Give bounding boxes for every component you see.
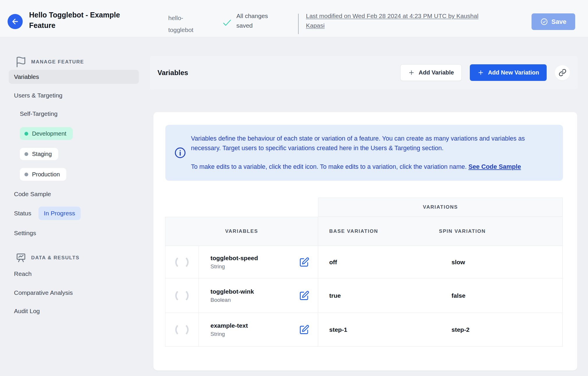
arrow-left-icon [11,17,19,26]
table-group-header-row: VARIATIONS [165,198,563,217]
saved-check-icon [222,17,232,28]
sidebar-item-reach[interactable]: Reach [14,269,32,279]
spin-variation-value: slow [451,259,465,266]
info-icon [174,147,186,159]
env-label: Production [32,171,60,178]
base-variation-cell: true [318,279,439,313]
env-dot-icon [24,132,28,136]
presentation-chart-icon [15,252,27,264]
see-code-sample-link[interactable]: See Code Sample [468,163,521,170]
base-variation-value: step-1 [329,326,347,333]
base-variation-cell: off [318,246,439,278]
feature-key: hello-togglebot [168,12,197,36]
base-variation-value: off [329,259,337,266]
variables-toolbar: Variables Add Variable Add New Variation [150,56,578,89]
column-header-base-variation: BASE VARIATION [329,228,439,234]
base-variation-value: true [329,292,341,299]
sidebar-item-code-sample[interactable]: Code Sample [14,189,51,199]
variable-type: String [210,263,258,271]
spin-variation-cell: slow [439,246,563,278]
manage-feature-section-header: MANAGE FEATURE [15,56,84,68]
add-variable-button[interactable]: Add Variable [400,64,462,81]
edit-pencil-icon [299,324,309,335]
variables-table: VARIATIONS VARIABLES BASE VARIATION SPIN… [165,198,563,347]
column-header-variables: VARIABLES [165,217,318,246]
column-header-spin-variation: SPIN VARIATION [439,228,486,234]
table-row: togglebot-speed String off slow [165,246,563,279]
edit-variable-button[interactable] [299,290,310,301]
sidebar-item-audit-log[interactable]: Audit Log [14,306,40,316]
info-paragraph-2-text: To make edits to a variable, click the e… [191,163,468,170]
spin-variation-value: step-2 [451,326,470,333]
group-header-spacer [165,198,318,217]
variable-parentheses-icon [175,256,189,269]
back-button[interactable] [8,14,23,29]
variable-type-cell [165,313,199,346]
save-status-text: All changes saved [236,11,276,30]
edit-pencil-icon [299,257,309,267]
copy-link-button[interactable] [555,65,570,80]
env-label: Staging [32,151,52,157]
variable-name-cell: togglebot-wink Boolean [199,279,318,313]
info-paragraph-2: To make edits to a variable, click the e… [191,162,551,172]
env-pill-development[interactable]: Development [20,127,73,140]
data-results-section-header: DATA & RESULTS [15,252,79,264]
env-pill-production[interactable]: Production [20,168,66,181]
data-results-label: DATA & RESULTS [31,255,79,261]
table-row: example-text String step-1 step-2 [165,313,563,347]
variations-group-header: VARIATIONS [318,198,563,217]
plus-icon [477,69,484,76]
sidebar-item-self-targeting[interactable]: Self-Targeting [20,109,58,118]
env-dot-icon [24,173,28,176]
info-paragraph-1: Variables define the behaviour of each s… [191,134,553,153]
add-new-variation-button[interactable]: Add New Variation [470,64,547,81]
variable-name-cell: example-text String [199,313,318,346]
variable-name: togglebot-wink [210,287,254,296]
sidebar-item-users-targeting[interactable]: Users & Targeting [14,91,63,100]
variable-name-cell: togglebot-speed String [199,246,318,278]
variable-name: example-text [210,321,248,330]
env-dot-icon [24,152,28,156]
sidebar-item-settings[interactable]: Settings [14,228,36,238]
edit-pencil-icon [299,290,309,301]
variables-card: Variables define the behaviour of each s… [153,112,577,370]
spin-variation-cell: step-2 [439,313,563,346]
column-header-variations-group: BASE VARIATION SPIN VARIATION [318,217,563,246]
top-bar: Hello Togglebot - Example Feature hello-… [0,0,588,37]
base-variation-cell: step-1 [318,313,439,346]
variable-type-cell [165,279,199,313]
save-button[interactable]: Save [532,13,575,30]
variable-parentheses-icon [175,289,189,302]
save-button-label: Save [551,18,566,26]
flag-icon [15,56,27,68]
env-pill-staging[interactable]: Staging [20,148,58,160]
add-variable-label: Add Variable [419,69,454,76]
sidebar-item-label: Variables [14,73,39,80]
variable-parentheses-icon [175,323,189,336]
last-modified-link[interactable]: Last modified on Wed Feb 28 2024 at 4:23… [306,11,486,30]
plus-icon [408,69,415,76]
section-title: Variables [157,69,188,77]
spin-variation-value: false [451,292,465,299]
variable-type-cell [165,246,199,278]
variable-type: String [210,330,248,338]
add-new-variation-label: Add New Variation [488,69,539,76]
page-title: Hello Togglebot - Example Feature [29,10,134,31]
sidebar-item-status: Status In Progress [14,207,81,220]
edit-variable-button[interactable] [299,257,310,268]
sidebar-item-comparative-analysis[interactable]: Comparative Analysis [14,288,73,297]
table-row: togglebot-wink Boolean true false [165,279,563,313]
env-label: Development [32,130,66,137]
variable-name: togglebot-speed [210,254,258,263]
variable-type: Boolean [210,296,254,304]
info-box: Variables define the behaviour of each s… [165,125,563,181]
spin-variation-cell: false [439,279,563,313]
header-divider [298,14,299,34]
link-icon [559,69,566,77]
table-column-header-row: VARIABLES BASE VARIATION SPIN VARIATION [165,217,563,246]
check-circle-icon [540,18,548,26]
sidebar-item-variables[interactable]: Variables [9,70,139,84]
status-label[interactable]: Status [14,210,31,217]
edit-variable-button[interactable] [299,324,310,335]
manage-feature-label: MANAGE FEATURE [31,59,84,65]
